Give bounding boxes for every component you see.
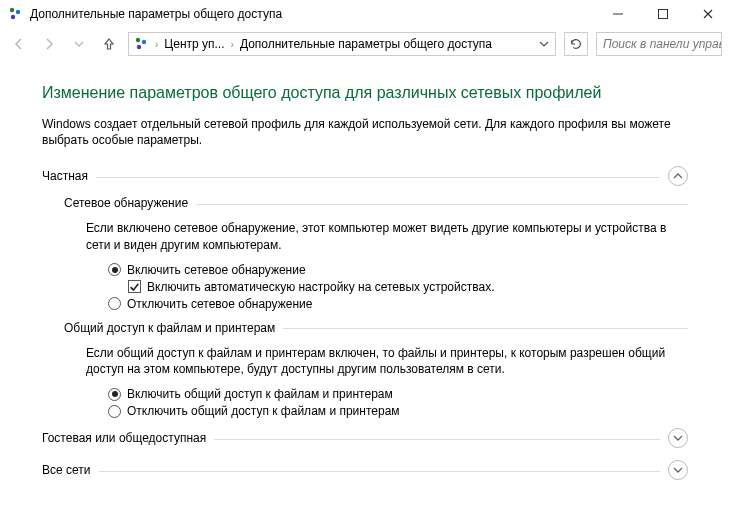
window-buttons — [595, 0, 730, 28]
radio-discovery-off[interactable]: Отключить сетевое обнаружение — [108, 297, 688, 311]
chevron-up-icon[interactable] — [668, 166, 688, 186]
svg-point-2 — [11, 15, 15, 19]
forward-button[interactable] — [38, 33, 60, 55]
subsection-title: Общий доступ к файлам и принтерам — [64, 321, 275, 335]
chevron-down-icon[interactable] — [668, 460, 688, 480]
section-title: Все сети — [42, 463, 91, 477]
minimize-button[interactable] — [595, 0, 640, 28]
option-label: Отключить сетевое обнаружение — [127, 297, 312, 311]
discovery-options: Включить сетевое обнаружение Включить ав… — [108, 263, 688, 311]
recent-locations-button[interactable] — [68, 33, 90, 55]
radio-icon — [108, 263, 121, 276]
subsection-network-discovery: Сетевое обнаружение Если включено сетево… — [64, 196, 688, 310]
svg-rect-4 — [658, 10, 667, 19]
breadcrumb-item-1[interactable]: Центр уп... — [164, 37, 224, 51]
divider — [283, 328, 688, 329]
address-dropdown-button[interactable] — [537, 39, 551, 49]
chevron-down-icon[interactable] — [668, 428, 688, 448]
checkbox-icon — [128, 280, 141, 293]
radio-discovery-on[interactable]: Включить сетевое обнаружение — [108, 263, 688, 277]
subsection-description: Если общий доступ к файлам и принтерам в… — [86, 345, 688, 377]
navbar: › Центр уп... › Дополнительные параметры… — [0, 28, 730, 60]
option-label: Включить сетевое обнаружение — [127, 263, 306, 277]
chevron-right-icon[interactable]: › — [155, 39, 158, 50]
radio-sharing-off[interactable]: Отключить общий доступ к файлам и принте… — [108, 404, 688, 418]
section-header-all-networks[interactable]: Все сети — [42, 460, 688, 480]
titlebar: Дополнительные параметры общего доступа — [0, 0, 730, 28]
divider — [196, 204, 688, 205]
address-icon — [133, 36, 149, 52]
refresh-button[interactable] — [564, 32, 588, 56]
svg-point-6 — [142, 40, 146, 44]
section-header-private[interactable]: Частная — [42, 166, 688, 186]
chevron-right-icon[interactable]: › — [231, 39, 234, 50]
maximize-button[interactable] — [640, 0, 685, 28]
section-title: Гостевая или общедоступная — [42, 431, 206, 445]
svg-point-0 — [10, 8, 14, 12]
page-heading: Изменение параметров общего доступа для … — [42, 84, 688, 102]
window-title: Дополнительные параметры общего доступа — [30, 7, 595, 21]
radio-icon — [108, 297, 121, 310]
section-header-guest[interactable]: Гостевая или общедоступная — [42, 428, 688, 448]
option-label: Включить общий доступ к файлам и принтер… — [127, 387, 393, 401]
svg-point-1 — [16, 10, 20, 14]
svg-point-5 — [136, 38, 140, 42]
search-input[interactable]: Поиск в панели управления — [596, 32, 722, 56]
svg-point-7 — [137, 45, 141, 49]
option-label: Включить автоматическую настройку на сет… — [147, 280, 495, 294]
up-button[interactable] — [98, 33, 120, 55]
divider — [96, 177, 660, 178]
subsection-header: Общий доступ к файлам и принтерам — [64, 321, 688, 335]
divider — [99, 471, 661, 472]
app-icon — [6, 6, 24, 22]
content-area: Изменение параметров общего доступа для … — [0, 60, 730, 480]
close-button[interactable] — [685, 0, 730, 28]
divider — [214, 439, 660, 440]
checkbox-auto-setup[interactable]: Включить автоматическую настройку на сет… — [128, 280, 688, 294]
radio-sharing-on[interactable]: Включить общий доступ к файлам и принтер… — [108, 387, 688, 401]
subsection-file-printer-sharing: Общий доступ к файлам и принтерам Если о… — [64, 321, 688, 418]
page-description: Windows создает отдельный сетевой профил… — [42, 116, 688, 148]
breadcrumb-item-2[interactable]: Дополнительные параметры общего доступа — [240, 37, 492, 51]
back-button[interactable] — [8, 33, 30, 55]
svg-rect-3 — [613, 14, 623, 15]
address-bar[interactable]: › Центр уп... › Дополнительные параметры… — [128, 32, 556, 56]
option-label: Отключить общий доступ к файлам и принте… — [127, 404, 400, 418]
section-title: Частная — [42, 169, 88, 183]
radio-icon — [108, 405, 121, 418]
sharing-options: Включить общий доступ к файлам и принтер… — [108, 387, 688, 418]
radio-icon — [108, 388, 121, 401]
subsection-header: Сетевое обнаружение — [64, 196, 688, 210]
subsection-title: Сетевое обнаружение — [64, 196, 188, 210]
subsection-description: Если включено сетевое обнаружение, этот … — [86, 220, 688, 252]
